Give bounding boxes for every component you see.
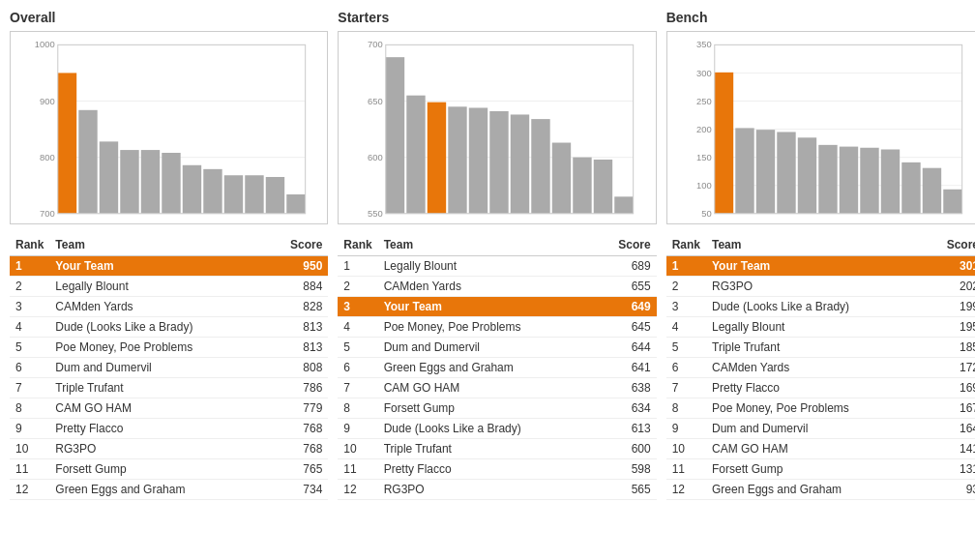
cell-rank: 11: [666, 459, 706, 480]
table-row-starters-3: 4Poe Money, Poe Problems645: [338, 317, 656, 338]
cell-score: 641: [608, 358, 657, 378]
cell-score: 649: [608, 297, 657, 317]
cell-score: 644: [608, 338, 657, 358]
cell-score: 565: [608, 480, 657, 500]
cell-rank: 2: [338, 277, 377, 297]
svg-text:600: 600: [368, 152, 383, 162]
bar-bench-8: [880, 149, 899, 213]
cell-team: Legally Blount: [706, 317, 936, 338]
table-row-overall-4: 5Poe Money, Poe Problems813: [10, 338, 328, 358]
cell-score: 141: [936, 439, 975, 459]
svg-text:800: 800: [40, 152, 55, 162]
table-row-bench-3: 4Legally Blount195: [666, 317, 975, 338]
bar-bench-4: [797, 137, 815, 213]
table-row-bench-4: 5Triple Trufant185: [666, 338, 975, 358]
cell-rank: 9: [666, 419, 706, 439]
cell-rank: 1: [10, 256, 49, 277]
cell-rank: 2: [666, 277, 706, 297]
section-title-overall: Overall: [10, 10, 328, 25]
table-row-starters-7: 8Forsett Gump634: [338, 398, 656, 419]
cell-team: Forsett Gump: [706, 459, 936, 480]
cell-rank: 3: [338, 297, 377, 317]
svg-text:150: 150: [696, 152, 712, 162]
bar-overall-3: [120, 150, 138, 214]
bar-overall-5: [162, 153, 180, 214]
cell-rank: 7: [10, 378, 49, 398]
cell-rank: 4: [338, 317, 377, 338]
cell-score: 768: [280, 439, 328, 459]
cell-rank: 6: [666, 358, 706, 378]
table-row-starters-4: 5Dum and Dumervil644: [338, 338, 656, 358]
cell-rank: 3: [10, 297, 49, 317]
cell-rank: 6: [338, 358, 377, 378]
bar-bench-1: [735, 128, 753, 213]
chart-starters: 700650600550: [338, 31, 656, 224]
col-header-team: Team: [706, 234, 936, 256]
bar-starters-7: [532, 119, 550, 214]
cell-rank: 11: [10, 459, 49, 480]
cell-team: Legally Blount: [49, 277, 280, 297]
cell-rank: 10: [10, 439, 49, 459]
chart-bench: 35030025020015010050: [666, 31, 975, 224]
svg-text:1000: 1000: [35, 39, 55, 49]
table-row-overall-0: 1Your Team950: [10, 256, 328, 277]
cell-rank: 1: [338, 256, 377, 277]
section-title-bench: Bench: [666, 10, 975, 25]
bar-overall-1: [78, 110, 97, 214]
col-header-rank: Rank: [10, 234, 49, 256]
table-row-overall-11: 12Green Eggs and Graham734: [10, 480, 328, 500]
col-header-team: Team: [49, 234, 280, 256]
cell-team: Green Eggs and Graham: [378, 358, 608, 378]
cell-rank: 10: [338, 439, 377, 459]
bar-overall-4: [141, 150, 160, 214]
cell-rank: 5: [338, 338, 377, 358]
bar-overall-6: [183, 165, 201, 214]
table-row-bench-8: 9Dum and Dumervil164: [666, 419, 975, 439]
svg-text:650: 650: [368, 96, 383, 106]
cell-team: RG3PO: [378, 480, 608, 500]
bar-starters-6: [511, 114, 529, 213]
cell-team: RG3PO: [706, 277, 936, 297]
bar-bench-5: [818, 145, 837, 214]
cell-score: 634: [608, 398, 657, 419]
bar-overall-7: [203, 169, 222, 214]
cell-score: 93: [936, 480, 975, 500]
cell-rank: 4: [666, 317, 706, 338]
cell-score: 655: [608, 277, 657, 297]
table-row-overall-10: 11Forsett Gump765: [10, 459, 328, 480]
cell-team: Poe Money, Poe Problems: [378, 317, 608, 338]
svg-text:300: 300: [696, 68, 712, 78]
table-row-starters-11: 12RG3PO565: [338, 480, 656, 500]
svg-text:900: 900: [40, 96, 55, 106]
table-row-starters-2: 3Your Team649: [338, 297, 656, 317]
cell-rank: 8: [338, 398, 377, 419]
cell-rank: 2: [10, 277, 49, 297]
cell-team: Poe Money, Poe Problems: [706, 398, 936, 419]
bar-overall-8: [224, 175, 243, 214]
bar-bench-9: [901, 162, 920, 214]
main-container: Overall1000900800700RankTeamScore1Your T…: [10, 10, 975, 500]
bar-overall-11: [286, 194, 305, 214]
cell-team: Your Team: [706, 256, 936, 277]
col-header-score: Score: [280, 234, 328, 256]
bar-starters-4: [469, 107, 488, 213]
cell-score: 779: [280, 398, 328, 419]
cell-score: 195: [936, 317, 975, 338]
cell-rank: 8: [10, 398, 49, 419]
table-row-overall-5: 6Dum and Dumervil808: [10, 358, 328, 378]
svg-text:350: 350: [696, 39, 712, 49]
col-header-rank: Rank: [666, 234, 706, 256]
table-row-bench-9: 10CAM GO HAM141: [666, 439, 975, 459]
table-row-bench-7: 8Poe Money, Poe Problems167: [666, 398, 975, 419]
svg-text:200: 200: [696, 124, 712, 134]
cell-team: Dum and Dumervil: [378, 338, 608, 358]
cell-score: 167: [936, 398, 975, 419]
cell-rank: 7: [666, 378, 706, 398]
table-row-starters-5: 6Green Eggs and Graham641: [338, 358, 656, 378]
cell-team: CAM GO HAM: [378, 378, 608, 398]
bar-starters-9: [574, 158, 592, 214]
cell-team: Dum and Dumervil: [49, 358, 280, 378]
bar-overall-10: [266, 177, 284, 214]
cell-team: Triple Trufant: [378, 439, 608, 459]
cell-score: 131: [936, 459, 975, 480]
